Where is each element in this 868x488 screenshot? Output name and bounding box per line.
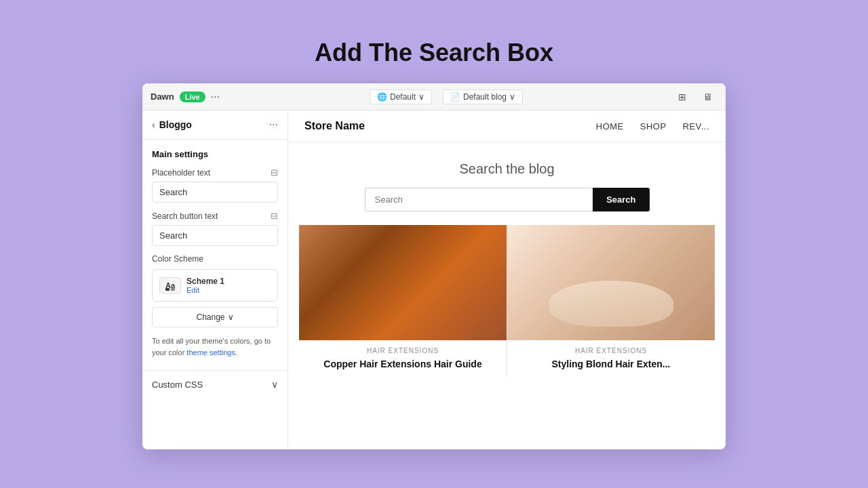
blog-grid: HAIR EXTENSIONS Copper Hair Extensions H… [288,225,726,376]
back-icon[interactable]: ‹ [152,119,155,130]
app-name: Dawn [151,92,174,102]
blog-card-2-category: HAIR EXTENSIONS [513,347,709,354]
blog-card-1-content: HAIR EXTENSIONS Copper Hair Extensions H… [299,340,507,376]
nav-shop: SHOP [640,121,667,131]
blog-card-2-content: HAIR EXTENSIONS Styling Blond Hair Exten… [507,340,715,376]
placeholder-text-input[interactable] [152,182,278,203]
nav-home: HOME [596,121,624,131]
scheme-preview: Aa Scheme 1 Edit [159,277,224,294]
blog-search-button[interactable]: Search [593,188,649,211]
theme-settings-link[interactable]: theme settings. [186,348,237,357]
topbar-left: Dawn Live ··· [151,91,220,103]
store-logo: Store Name [304,120,365,132]
sidebar-header-left: ‹ Bloggo [152,119,192,130]
sidebar-title: Bloggo [159,119,192,130]
grid-icon[interactable]: ⊞ [673,87,692,106]
default-chevron-icon: ∨ [418,92,425,102]
blog-select[interactable]: 📄 Default blog ∨ [443,89,523,104]
custom-css-chevron-icon: ∨ [271,379,278,390]
search-button-text-label: Search button text ⊟ [152,211,278,221]
main-settings-title: Main settings [152,149,278,159]
store-header: Store Name HOME SHOP REV... [288,110,726,142]
preview-pane: Store Name HOME SHOP REV... Search the b… [288,110,726,449]
globe-icon: 🌐 [377,92,387,102]
blog-card-2[interactable]: HAIR EXTENSIONS Styling Blond Hair Exten… [507,225,715,376]
sidebar: ‹ Bloggo ··· Main settings Placeholder t… [142,110,288,449]
browser-topbar: Dawn Live ··· 🌐 Default ∨ 📄 Default blog… [142,83,726,110]
default-label: Default [390,92,416,102]
blog-card-1[interactable]: HAIR EXTENSIONS Copper Hair Extensions H… [299,225,507,376]
blog-chevron-icon: ∨ [509,92,515,102]
blog-card-2-title: Styling Blond Hair Exten... [513,359,709,369]
topbar-center: 🌐 Default ∨ 📄 Default blog ∨ [231,89,662,104]
scheme-name: Scheme 1 [186,277,224,286]
page-title: Add The Search Box [315,39,553,67]
scheme-edit-link[interactable]: Edit [186,286,224,294]
color-scheme-label: Color Scheme [152,254,278,264]
color-scheme-box: Aa Scheme 1 Edit [152,269,278,302]
placeholder-icon: ⊟ [271,167,278,178]
blog-card-1-image [299,225,507,340]
search-bar-row: Search [365,188,650,211]
blog-grid-inner: HAIR EXTENSIONS Copper Hair Extensions H… [299,225,715,376]
store-nav: HOME SHOP REV... [596,121,709,131]
sidebar-options-icon[interactable]: ··· [269,119,278,131]
search-button-icon: ⊟ [271,211,278,221]
change-button[interactable]: Change ∨ [152,307,278,327]
change-chevron-icon: ∨ [228,312,234,322]
sidebar-header: ‹ Bloggo ··· [142,110,288,140]
blog-card-1-title: Copper Hair Extensions Hair Guide [304,359,501,369]
main-area: ‹ Bloggo ··· Main settings Placeholder t… [142,110,726,449]
desktop-icon[interactable]: 🖥 [698,87,717,106]
blog-search-section: Search the blog Search [288,142,726,225]
nav-rev: REV... [683,121,709,131]
blog-search-title: Search the blog [304,161,709,177]
scheme-icon: Aa [159,277,181,293]
browser-window: Dawn Live ··· 🌐 Default ∨ 📄 Default blog… [142,83,726,449]
search-button-text-input[interactable] [152,225,278,246]
placeholder-text-label: Placeholder text ⊟ [152,167,278,178]
main-settings-section: Main settings Placeholder text ⊟ Search … [142,140,288,370]
live-badge: Live [180,92,205,102]
blog-card-2-image [507,225,715,340]
blog-search-input[interactable] [365,188,593,211]
blog-card-1-category: HAIR EXTENSIONS [304,347,501,354]
default-select[interactable]: 🌐 Default ∨ [370,89,432,104]
topbar-more-icon[interactable]: ··· [211,91,220,103]
topbar-right: ⊞ 🖥 [673,87,717,106]
default-blog-label: Default blog [463,92,507,102]
hint-text: To edit all your theme's colors, go to y… [152,336,278,358]
blog-icon: 📄 [450,92,460,102]
custom-css-row[interactable]: Custom CSS ∨ [142,370,288,398]
scheme-info: Scheme 1 Edit [186,277,224,294]
custom-css-label: Custom CSS [152,380,203,390]
